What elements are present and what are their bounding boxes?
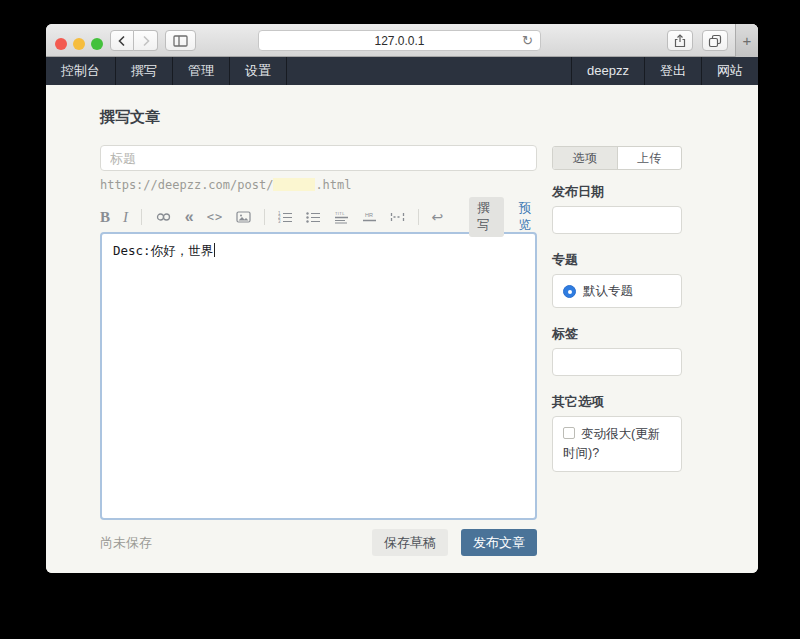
tab-write[interactable]: 撰写 (469, 197, 503, 237)
permalink-slug-highlight (273, 178, 315, 191)
editor-footer: 尚未保存 保存草稿 发布文章 (100, 529, 537, 556)
back-chevron-icon (117, 35, 127, 47)
toolbar-separator (141, 209, 142, 225)
svg-text:HR: HR (365, 212, 373, 218)
editor-text: Desc:你好，世界 (113, 243, 213, 258)
checkbox-unchecked-icon[interactable] (563, 427, 575, 439)
tab-upload[interactable]: 上传 (618, 147, 682, 169)
save-draft-button[interactable]: 保存草稿 (372, 529, 448, 556)
share-icon (674, 34, 686, 48)
browser-titlebar: 127.0.0.1 ↻ + (46, 24, 758, 57)
topic-option-box: 默认专题 (552, 274, 682, 308)
nav-item-username[interactable]: deepzz (571, 57, 644, 85)
unordered-list-icon[interactable] (306, 210, 321, 224)
permalink-prefix: https://deepzz.com/post/ (100, 178, 273, 192)
code-icon[interactable]: <> (207, 211, 223, 223)
other-options-label: 其它选项 (552, 393, 682, 411)
nav-item-settings[interactable]: 设置 (230, 57, 287, 85)
save-status-text: 尚未保存 (100, 534, 152, 552)
toolbar-separator (264, 209, 265, 225)
nav-item-logout[interactable]: 登出 (644, 57, 701, 85)
nav-item-write[interactable]: 撰写 (116, 57, 173, 85)
page-content: 撰写文章 https://deepzz.com/post/.html B I «… (46, 85, 758, 573)
toolbar-separator (418, 209, 419, 225)
address-bar[interactable]: 127.0.0.1 ↻ (258, 30, 541, 51)
browser-forward-button[interactable] (134, 30, 158, 51)
sidebar-tab-group: 选项 上传 (552, 146, 682, 170)
admin-navbar: 控制台 撰写 管理 设置 deepzz 登出 网站 (46, 57, 758, 85)
new-tab-button[interactable]: + (735, 24, 758, 57)
permalink-preview: https://deepzz.com/post/.html (100, 178, 537, 192)
ordered-list-icon[interactable]: 123 (278, 210, 293, 224)
editor-textarea[interactable]: Desc:你好，世界 (100, 232, 537, 520)
tab-preview[interactable]: 预览 (519, 200, 537, 234)
svg-text:3: 3 (278, 219, 281, 224)
link-icon[interactable] (155, 210, 172, 224)
browser-window: 127.0.0.1 ↻ + 控制台 撰写 管理 设置 deepzz 登出 网站 … (46, 24, 758, 573)
horizontal-rule-icon[interactable]: HR (362, 210, 377, 224)
editor-column: 撰写文章 https://deepzz.com/post/.html B I «… (100, 85, 537, 556)
close-window-button[interactable] (55, 38, 67, 50)
topic-option-label[interactable]: 默认专题 (583, 283, 633, 300)
post-title-input[interactable] (100, 145, 537, 171)
nav-item-site[interactable]: 网站 (701, 57, 758, 85)
tabs-icon (708, 34, 722, 48)
other-option-box: 变动很大(更新时间)? (552, 416, 682, 472)
image-icon[interactable] (236, 210, 251, 224)
reload-icon[interactable]: ↻ (522, 33, 533, 48)
nav-item-manage[interactable]: 管理 (173, 57, 230, 85)
tab-overview-button[interactable] (702, 30, 728, 51)
other-option-label[interactable]: 变动很大(更新时间)? (563, 427, 660, 460)
permalink-suffix: .html (315, 178, 351, 192)
page-break-icon[interactable] (390, 210, 405, 224)
sidebar-toggle-button[interactable] (165, 30, 196, 51)
tags-input[interactable] (552, 348, 682, 376)
browser-back-button[interactable] (110, 30, 134, 51)
undo-icon[interactable]: ↩ (432, 210, 444, 224)
tab-options[interactable]: 选项 (553, 147, 618, 169)
heading-icon[interactable]: TITL (334, 210, 349, 224)
publish-date-input[interactable] (552, 206, 682, 234)
publish-button[interactable]: 发布文章 (461, 529, 537, 556)
topic-label: 专题 (552, 251, 682, 269)
forward-chevron-icon (141, 35, 151, 47)
svg-text:TITL: TITL (335, 211, 345, 216)
sidebar-icon (173, 35, 188, 47)
editor-toolbar: B I « <> 123 TITL (100, 205, 537, 229)
zoom-window-button[interactable] (91, 38, 103, 50)
minimize-window-button[interactable] (73, 38, 85, 50)
publish-date-label: 发布日期 (552, 183, 682, 201)
radio-selected-icon[interactable] (563, 285, 576, 298)
bold-icon[interactable]: B (100, 210, 110, 225)
tags-label: 标签 (552, 325, 682, 343)
italic-icon[interactable]: I (123, 210, 128, 225)
text-cursor (214, 243, 215, 257)
url-text: 127.0.0.1 (374, 34, 424, 48)
navbar-spacer (287, 57, 571, 85)
page-title: 撰写文章 (100, 108, 537, 127)
options-sidebar: 选项 上传 发布日期 专题 默认专题 标签 其它选项 变动很大(更新时间)? (552, 85, 682, 472)
blockquote-icon[interactable]: « (185, 209, 194, 225)
nav-item-console[interactable]: 控制台 (46, 57, 116, 85)
share-button[interactable] (667, 30, 693, 51)
